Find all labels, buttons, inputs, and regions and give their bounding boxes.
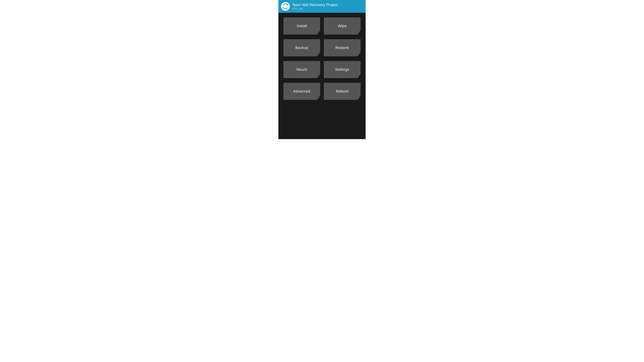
backup-button[interactable]: Backup bbox=[284, 39, 320, 56]
svg-point-0 bbox=[281, 2, 290, 11]
phone-container: Team Win Recovery Project 3.5.2_9-0 Inst… bbox=[278, 0, 366, 139]
main-button-grid: InstallWipeBackupRestoreMountSettingsAdv… bbox=[278, 13, 366, 107]
app-version: 3.5.2_9-0 bbox=[292, 7, 338, 10]
settings-button[interactable]: Settings bbox=[324, 61, 360, 78]
advanced-button[interactable]: Advanced bbox=[284, 83, 320, 100]
app-title: Team Win Recovery Project bbox=[292, 3, 338, 7]
mount-button[interactable]: Mount bbox=[284, 61, 320, 78]
restore-button[interactable]: Restore bbox=[324, 39, 360, 56]
app-header: Team Win Recovery Project 3.5.2_9-0 bbox=[278, 0, 366, 13]
wipe-button[interactable]: Wipe bbox=[324, 17, 360, 34]
reboot-button[interactable]: Reboot bbox=[324, 83, 360, 100]
install-button[interactable]: Install bbox=[284, 17, 320, 34]
twrp-logo-icon bbox=[281, 2, 290, 11]
header-text-group: Team Win Recovery Project 3.5.2_9-0 bbox=[292, 3, 338, 10]
